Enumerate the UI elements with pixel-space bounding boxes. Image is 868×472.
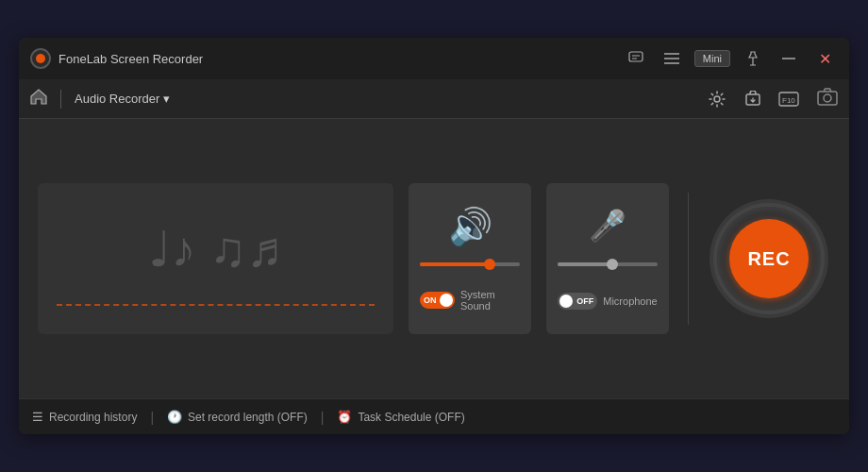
app-window: FoneLab Screen Recorder Mini ✕ [19, 38, 849, 434]
microphone-slider-fill [558, 262, 612, 266]
svg-point-14 [824, 94, 831, 102]
recording-history-item[interactable]: ☰ Recording history [32, 410, 146, 424]
system-sound-label: System Sound [460, 289, 520, 312]
chat-icon-btn[interactable] [623, 45, 649, 72]
toolbar-divider [60, 90, 61, 109]
title-bar: FoneLab Screen Recorder Mini ✕ [19, 38, 849, 79]
speaker-icon: 🔊 [448, 206, 492, 247]
mini-button[interactable]: Mini [694, 50, 730, 67]
system-sound-slider-track[interactable] [420, 262, 520, 266]
settings-button[interactable] [704, 86, 730, 112]
waveform-area: ♩♪ ♫♬ [38, 183, 393, 334]
app-title: FoneLab Screen Recorder [58, 52, 203, 66]
microphone-slider-container [558, 262, 658, 274]
microphone-toggle-label: OFF [576, 296, 593, 306]
system-sound-slider-container [420, 262, 520, 274]
set-record-length-item[interactable]: 🕐 Set record length (OFF) [158, 410, 317, 424]
export-button[interactable] [740, 86, 766, 112]
system-sound-toggle-row: ON System Sound [420, 289, 520, 312]
camera-area [817, 87, 838, 110]
microphone-label: Microphone [603, 295, 657, 307]
microphone-slider-track[interactable] [558, 262, 658, 266]
close-button[interactable]: ✕ [811, 45, 838, 72]
list-icon: ☰ [32, 410, 43, 424]
toolbar-right: F10 [704, 86, 802, 112]
mode-label-text: Audio Recorder [75, 92, 159, 106]
system-sound-slider-fill [420, 262, 490, 266]
system-sound-toggle[interactable]: ON [420, 292, 455, 309]
title-bar-left: FoneLab Screen Recorder [30, 48, 623, 69]
microphone-toggle-knob [559, 295, 573, 308]
waveform-baseline [57, 304, 375, 306]
svg-rect-0 [629, 52, 643, 61]
alarm-icon: ⏰ [337, 410, 352, 424]
microphone-slider-thumb [607, 259, 618, 270]
main-divider [688, 193, 689, 325]
toolbar: Audio Recorder ▾ F10 [19, 79, 849, 119]
system-sound-toggle-label: ON [424, 295, 437, 305]
app-icon [30, 48, 51, 69]
chevron-down-icon: ▾ [163, 92, 170, 106]
title-bar-right: Mini ✕ [623, 45, 838, 72]
toolbar-left: Audio Recorder ▾ [30, 89, 704, 109]
system-sound-slider-thumb [484, 259, 495, 270]
status-sep-2: | [321, 410, 325, 425]
svg-text:F10: F10 [782, 96, 795, 105]
microphone-panel: 🎤 OFF Microphone [546, 183, 669, 334]
rec-area: REC [708, 207, 830, 311]
mode-selector[interactable]: Audio Recorder ▾ [75, 92, 170, 106]
microphone-icon-wrapper: 🎤 [589, 208, 626, 244]
camera-button[interactable] [817, 87, 838, 110]
pin-icon-btn[interactable] [740, 45, 766, 72]
app-icon-inner [36, 54, 45, 63]
rec-button-outer: REC [717, 207, 821, 311]
format-button[interactable]: F10 [776, 86, 802, 112]
status-sep-1: | [150, 410, 154, 425]
recording-history-label: Recording history [49, 411, 137, 424]
home-button[interactable] [30, 89, 47, 109]
microphone-toggle[interactable]: OFF [558, 293, 597, 310]
music-notes-icon: ♩♪ ♫♬ [148, 221, 283, 278]
clock-icon: 🕐 [167, 410, 182, 424]
status-bar: ☰ Recording history | 🕐 Set record lengt… [19, 398, 849, 434]
menu-icon-btn[interactable] [659, 45, 685, 72]
rec-button[interactable]: REC [729, 219, 809, 298]
microphone-toggle-row: OFF Microphone [558, 293, 658, 310]
set-record-length-label: Set record length (OFF) [188, 411, 308, 424]
task-schedule-item[interactable]: ⏰ Task Schedule (OFF) [327, 410, 474, 424]
system-sound-panel: 🔊 ON System Sound [409, 183, 531, 334]
svg-rect-13 [818, 92, 837, 105]
svg-point-9 [714, 96, 720, 102]
minimize-button[interactable] [776, 45, 802, 72]
system-sound-toggle-knob [440, 294, 453, 307]
task-schedule-label: Task Schedule (OFF) [358, 411, 464, 424]
main-content: ♩♪ ♫♬ 🔊 ON System Sound [19, 119, 849, 398]
